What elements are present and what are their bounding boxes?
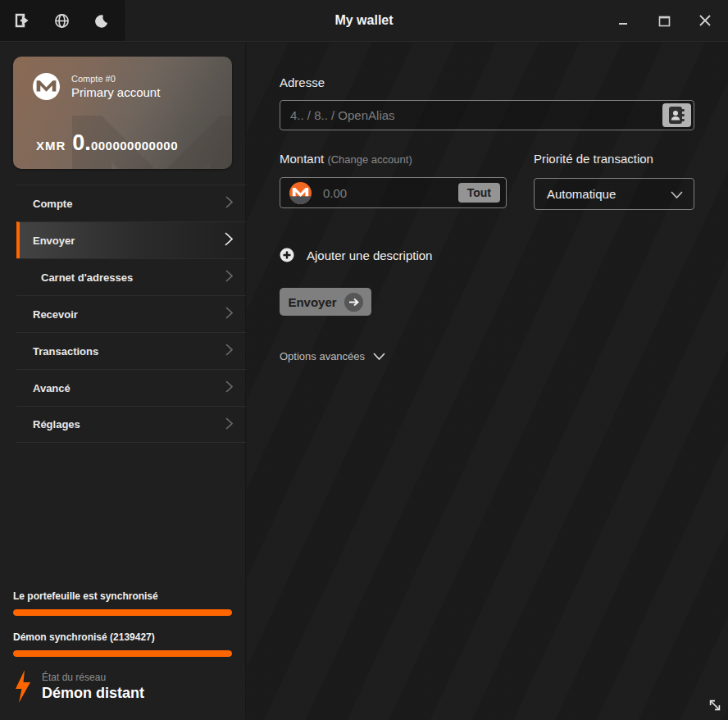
send-button-label: Envoyer bbox=[288, 295, 336, 309]
priority-label: Priorité de transaction bbox=[534, 152, 694, 166]
amount-label-row: Montant (Change account) bbox=[280, 152, 507, 166]
account-name: Primary account bbox=[71, 85, 160, 99]
sidebar-item-label: Compte bbox=[33, 198, 72, 210]
sidebar-item-label: Avancé bbox=[33, 382, 71, 394]
plus-circle-icon bbox=[280, 248, 294, 262]
priority-selected-value: Automatique bbox=[547, 187, 616, 201]
wallet-balance: XMR 0. 000000000000 bbox=[36, 130, 178, 156]
address-label: Adresse bbox=[280, 75, 695, 89]
sidebar-item-label: Envoyer bbox=[33, 235, 75, 247]
maximize-button[interactable] bbox=[649, 8, 679, 33]
network-status-row[interactable]: État du réseau Démon distant bbox=[15, 669, 232, 704]
wallet-sync-progressbar bbox=[13, 609, 232, 616]
logout-icon[interactable] bbox=[13, 11, 31, 30]
address-input[interactable] bbox=[280, 100, 694, 130]
dark-mode-moon-icon[interactable] bbox=[92, 11, 110, 30]
chevron-right-icon bbox=[225, 232, 233, 248]
amount-input-box[interactable]: 0.00 Tout bbox=[280, 177, 507, 208]
chevron-right-icon bbox=[225, 307, 233, 321]
arrow-right-icon bbox=[344, 293, 363, 312]
language-globe-icon[interactable] bbox=[52, 11, 71, 30]
add-description-label: Ajouter une description bbox=[307, 248, 432, 262]
daemon-sync-progressbar bbox=[13, 650, 232, 657]
balance-integer: 0. bbox=[72, 130, 91, 156]
address-book-icon bbox=[668, 106, 685, 125]
minimize-button[interactable] bbox=[608, 8, 638, 33]
add-description-link[interactable]: Ajouter une description bbox=[280, 248, 695, 262]
account-number-label: Compte #0 bbox=[71, 74, 160, 84]
chevron-right-icon bbox=[225, 270, 233, 285]
titlebar: My wallet bbox=[0, 0, 728, 42]
amount-placeholder[interactable]: 0.00 bbox=[323, 186, 347, 200]
daemon-sync-label: Démon synchronisé (2139427) bbox=[13, 631, 232, 643]
sidebar-item-label: Transactions bbox=[33, 345, 98, 358]
chevron-right-icon bbox=[225, 417, 233, 432]
chevron-right-icon bbox=[225, 196, 233, 211]
wallet-sync-label: Le portefeuille est synchronisé bbox=[13, 590, 232, 602]
chevron-right-icon bbox=[225, 344, 233, 358]
sidebar-menu: Compte Envoyer Carnet d'adresses Recevoi… bbox=[16, 185, 246, 443]
chevron-down-icon bbox=[671, 187, 683, 201]
sidebar-item-carnet-adresses[interactable]: Carnet d'adresses bbox=[16, 258, 246, 295]
advanced-options-label: Options avancées bbox=[280, 350, 365, 362]
priority-dropdown[interactable]: Automatique bbox=[534, 178, 694, 210]
sidebar-item-label: Carnet d'adresses bbox=[41, 271, 133, 284]
balance-fraction: 000000000000 bbox=[91, 139, 178, 153]
address-book-button[interactable] bbox=[662, 103, 691, 127]
advanced-options-toggle[interactable]: Options avancées bbox=[280, 350, 695, 362]
balance-currency: XMR bbox=[36, 139, 66, 153]
sidebar-item-label: Recevoir bbox=[33, 308, 78, 321]
send-button[interactable]: Envoyer bbox=[280, 288, 371, 316]
window-resize-handle[interactable] bbox=[708, 698, 722, 716]
send-all-button[interactable]: Tout bbox=[458, 183, 500, 203]
send-page: Adresse Montant (Change account) bbox=[247, 43, 728, 720]
sidebar-item-compte[interactable]: Compte bbox=[16, 185, 246, 221]
sidebar-item-transactions[interactable]: Transactions bbox=[16, 332, 246, 369]
amount-label: Montant bbox=[280, 152, 324, 166]
sidebar-item-recevoir[interactable]: Recevoir bbox=[16, 295, 246, 332]
change-account-link[interactable]: (Change account) bbox=[327, 153, 412, 166]
sidebar-item-label: Réglages bbox=[33, 418, 80, 431]
lightning-bolt-icon bbox=[15, 669, 32, 704]
sidebar-item-envoyer[interactable]: Envoyer bbox=[16, 221, 246, 258]
monero-logo-icon bbox=[33, 73, 60, 100]
monero-coin-icon bbox=[289, 182, 312, 204]
network-state-label: État du réseau bbox=[42, 672, 144, 683]
sidebar: Compte #0 Primary account XMR 0. 0000000… bbox=[0, 43, 246, 720]
sync-status-section: Le portefeuille est synchronisé Démon sy… bbox=[13, 590, 232, 709]
close-button[interactable] bbox=[690, 8, 720, 33]
sidebar-item-avance[interactable]: Avancé bbox=[16, 369, 246, 406]
network-state-value: Démon distant bbox=[42, 685, 144, 702]
sidebar-item-reglages[interactable]: Réglages bbox=[16, 406, 246, 443]
chevron-right-icon bbox=[225, 381, 233, 395]
account-card[interactable]: Compte #0 Primary account XMR 0. 0000000… bbox=[13, 57, 232, 169]
chevron-down-icon bbox=[373, 353, 385, 360]
